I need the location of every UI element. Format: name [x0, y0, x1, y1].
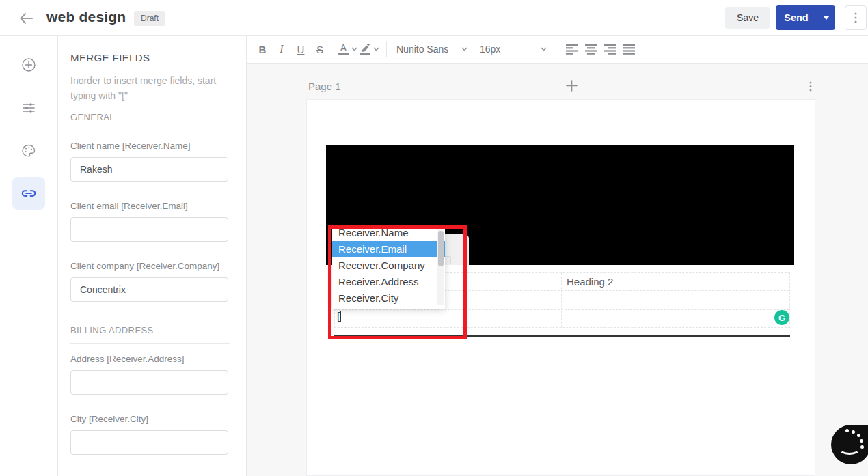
- align-right-button[interactable]: [601, 40, 620, 58]
- send-button-label[interactable]: Send: [776, 5, 817, 30]
- text-color-button[interactable]: A: [338, 40, 360, 58]
- align-left-icon: [566, 44, 578, 55]
- align-justify-icon: [623, 44, 636, 55]
- table-cell-heading-2[interactable]: Heading 2: [567, 276, 613, 288]
- document-title: web design: [46, 9, 126, 25]
- address-input[interactable]: [70, 370, 228, 395]
- font-family-dropdown[interactable]: Nunito Sans: [391, 40, 473, 58]
- section-title-billing-address: BILLING ADDRESS: [70, 325, 154, 335]
- section-divider: [70, 130, 230, 130]
- field-label-client-email: Client email [Receiver.Email]: [70, 201, 188, 211]
- horizontal-rule: [334, 335, 790, 337]
- plus-icon: [566, 80, 578, 92]
- highlight-color-button[interactable]: [360, 40, 382, 58]
- dropdown-scrollbar-thumb[interactable]: [438, 231, 444, 266]
- font-size-value: 16px: [480, 44, 500, 55]
- plus-circle-icon: [21, 57, 37, 73]
- highlighter-icon: [360, 43, 370, 52]
- send-dropdown-caret-icon[interactable]: [817, 5, 835, 30]
- field-label-city: City [Receiver.City]: [70, 414, 148, 424]
- chevron-down-icon: [373, 47, 379, 51]
- merge-field-typed-text[interactable]: [: [337, 310, 341, 322]
- sliders-icon: [21, 100, 37, 116]
- chat-dot: [860, 439, 863, 443]
- header-kebab-menu-button[interactable]: [845, 5, 867, 30]
- client-email-input[interactable]: [70, 217, 228, 242]
- top-header: web design Draft Save Send: [0, 0, 868, 36]
- palette-icon: [21, 143, 37, 159]
- add-page-button[interactable]: [566, 80, 578, 92]
- link-icon: [20, 184, 38, 202]
- city-input[interactable]: [70, 430, 228, 455]
- align-center-button[interactable]: [582, 40, 601, 58]
- text-color-glyph: A: [340, 44, 347, 52]
- sidebar-item-theme[interactable]: [12, 135, 45, 167]
- sidebar-item-add[interactable]: [12, 48, 45, 81]
- dropdown-item-receiver-name[interactable]: Receiver.Name: [332, 227, 445, 241]
- send-button[interactable]: Send: [776, 5, 835, 30]
- field-label-address: Address [Receiver.Address]: [70, 354, 185, 364]
- text-cursor: [340, 311, 341, 322]
- chat-dot: [852, 430, 855, 434]
- panel-title: MERGE FIELDS: [70, 52, 150, 64]
- table-row[interactable]: [335, 310, 789, 328]
- status-badge: Draft: [134, 11, 165, 26]
- page-label: Page 1: [308, 81, 341, 92]
- align-left-button[interactable]: [562, 40, 582, 58]
- document-page[interactable]: Heading 2 [ Receiver.Name Receiver.Email…: [306, 99, 815, 476]
- client-name-input[interactable]: [70, 157, 228, 182]
- dropdown-item-receiver-city[interactable]: Receiver.City: [332, 290, 445, 307]
- section-title-general: GENERAL: [70, 112, 115, 122]
- chat-dot: [857, 434, 860, 437]
- chevron-down-icon: [351, 47, 357, 51]
- chevron-down-icon: [541, 47, 547, 51]
- kebab-icon: [809, 81, 812, 92]
- left-icon-rail: [0, 36, 58, 476]
- chat-dot: [845, 429, 849, 432]
- toolbar-divider: [558, 41, 558, 57]
- page-kebab-menu-button[interactable]: [804, 79, 817, 94]
- merge-fields-panel: MERGE FIELDS Inorder to insert merge fie…: [58, 36, 247, 476]
- toolbar-divider: [386, 41, 387, 57]
- save-button[interactable]: Save: [725, 7, 770, 29]
- merge-field-dropdown: Receiver.Name Receiver.Email Receiver.Co…: [332, 227, 445, 309]
- client-company-input[interactable]: [70, 277, 228, 302]
- toolbar-divider: [334, 41, 334, 57]
- dropdown-item-receiver-address[interactable]: Receiver.Address: [332, 274, 445, 290]
- dropdown-item-receiver-email[interactable]: Receiver.Email: [332, 241, 445, 257]
- chevron-down-icon: [461, 47, 467, 51]
- align-justify-button[interactable]: [620, 40, 639, 58]
- chat-widget-button[interactable]: [831, 425, 868, 464]
- strikethrough-button[interactable]: S: [310, 40, 329, 58]
- field-label-client-company: Client company [Receiver.Company]: [70, 261, 219, 271]
- italic-button[interactable]: I: [272, 40, 291, 58]
- chat-smile: [839, 443, 860, 455]
- grammarly-icon[interactable]: G: [774, 310, 789, 325]
- font-family-value: Nunito Sans: [396, 44, 448, 55]
- formatting-toolbar: B I U S A Nunito Sans 16px: [247, 36, 868, 64]
- underline-button[interactable]: U: [291, 40, 310, 58]
- back-arrow-icon[interactable]: [18, 10, 36, 27]
- editor-area: B I U S A Nunito Sans 16px: [247, 36, 868, 476]
- font-size-dropdown[interactable]: 16px: [473, 40, 554, 58]
- dropdown-item-receiver-company[interactable]: Receiver.Company: [332, 257, 445, 274]
- panel-hint: Inorder to insert merge fields, start ty…: [70, 74, 229, 103]
- align-right-icon: [604, 44, 616, 55]
- section-divider: [70, 343, 230, 344]
- sidebar-item-merge-fields[interactable]: [12, 177, 45, 210]
- align-center-icon: [585, 44, 597, 55]
- field-label-client-name: Client name [Receiver.Name]: [70, 141, 191, 151]
- sidebar-item-settings[interactable]: [12, 92, 45, 124]
- bold-button[interactable]: B: [253, 40, 272, 58]
- document-canvas: Page 1 Heading 2 [: [247, 64, 868, 476]
- chat-dot: [860, 445, 864, 449]
